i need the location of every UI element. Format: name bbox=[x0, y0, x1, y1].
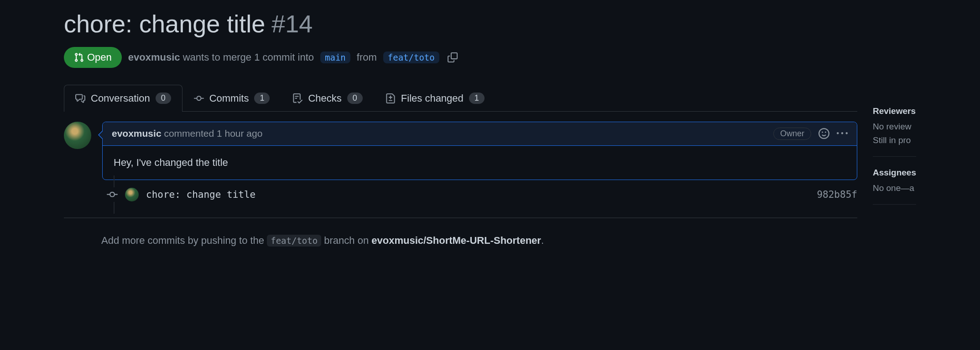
commit-message[interactable]: chore: change title bbox=[146, 189, 809, 200]
comment-author[interactable]: evoxmusic bbox=[112, 128, 162, 139]
avatar[interactable] bbox=[64, 122, 91, 149]
commit-sha[interactable]: 982b85f bbox=[817, 189, 857, 200]
reviewers-heading[interactable]: Reviewers bbox=[873, 106, 916, 116]
reviewers-note: Still in pro bbox=[873, 135, 916, 145]
reaction-button[interactable] bbox=[818, 128, 829, 139]
pr-meta: Open evoxmusic wants to merge 1 commit i… bbox=[64, 47, 916, 68]
comment: evoxmusic commented 1 hour ago Owner bbox=[102, 122, 857, 180]
owner-badge: Owner bbox=[773, 128, 811, 140]
tab-checks-count: 0 bbox=[347, 93, 363, 104]
merge-text-1: wants to merge 1 commit into bbox=[183, 51, 314, 63]
comment-body: Hey, I've changed the title bbox=[103, 146, 857, 180]
pr-tabs: Conversation 0 Commits 1 Checks 0 Files … bbox=[64, 84, 857, 112]
git-commit-icon bbox=[194, 93, 204, 103]
commit-row: chore: change title 982b85f bbox=[64, 180, 857, 209]
merge-text-2: from bbox=[357, 51, 377, 63]
comment-header: evoxmusic commented 1 hour ago Owner bbox=[103, 122, 857, 146]
tab-commits[interactable]: Commits 1 bbox=[182, 85, 281, 112]
pr-author[interactable]: evoxmusic bbox=[128, 51, 180, 63]
help-repo: evoxmusic/ShortMe-URL-Shortener bbox=[371, 235, 541, 246]
help-branch: feat/toto bbox=[267, 235, 321, 247]
head-branch[interactable]: feat/toto bbox=[383, 51, 439, 63]
git-commit-icon bbox=[107, 187, 118, 202]
tab-checks[interactable]: Checks 0 bbox=[281, 85, 374, 112]
tab-commits-label: Commits bbox=[209, 93, 249, 104]
state-label: Open bbox=[87, 51, 112, 63]
pr-title-text: chore: change title bbox=[64, 9, 265, 39]
copy-icon bbox=[448, 52, 458, 62]
avatar[interactable] bbox=[125, 188, 139, 201]
copy-branch-button[interactable] bbox=[446, 51, 459, 64]
state-open-badge: Open bbox=[64, 47, 122, 68]
checklist-icon bbox=[292, 93, 302, 103]
pr-number: #14 bbox=[271, 9, 313, 39]
kebab-menu-button[interactable] bbox=[837, 128, 848, 139]
divider bbox=[64, 217, 857, 218]
assignees-empty: No one—a bbox=[873, 183, 916, 193]
tab-checks-label: Checks bbox=[308, 93, 341, 104]
pr-title: chore: change title #14 bbox=[64, 9, 916, 39]
sidebar-divider bbox=[873, 204, 916, 205]
tab-files[interactable]: Files changed 1 bbox=[374, 85, 496, 112]
smiley-icon bbox=[818, 128, 829, 139]
tab-conversation-label: Conversation bbox=[91, 93, 150, 104]
tab-commits-count: 1 bbox=[254, 93, 270, 104]
comment-arrow bbox=[98, 130, 103, 139]
reviewers-empty: No review bbox=[873, 122, 916, 132]
comment-time[interactable]: 1 hour ago bbox=[217, 128, 262, 139]
push-help-text: Add more commits by pushing to the feat/… bbox=[101, 235, 857, 247]
comment-discussion-icon bbox=[75, 93, 85, 103]
comment-verb: commented bbox=[164, 128, 214, 139]
file-diff-icon bbox=[386, 93, 396, 103]
tab-files-count: 1 bbox=[469, 93, 485, 104]
sidebar: Reviewers No review Still in pro Assigne… bbox=[873, 84, 916, 247]
sidebar-divider bbox=[873, 156, 916, 157]
assignees-heading[interactable]: Assignees bbox=[873, 168, 916, 178]
kebab-horizontal-icon bbox=[837, 128, 848, 139]
base-branch[interactable]: main bbox=[320, 51, 350, 63]
tab-conversation[interactable]: Conversation 0 bbox=[64, 85, 182, 112]
tab-conversation-count: 0 bbox=[156, 93, 171, 104]
pull-request-icon bbox=[74, 52, 84, 62]
tab-files-label: Files changed bbox=[401, 93, 464, 104]
